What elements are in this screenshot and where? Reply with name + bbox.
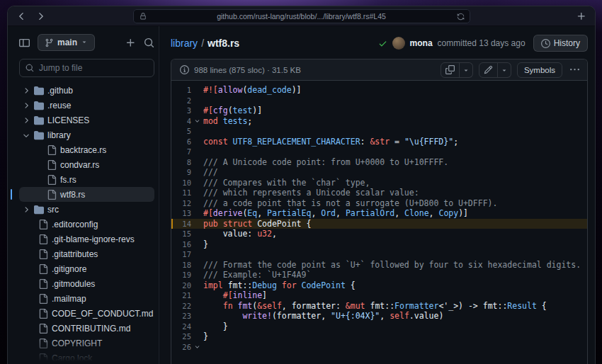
line-number[interactable]: 19 [171,270,191,280]
add-file-button[interactable] [125,38,136,48]
file-tree: .github.reuseLICENSESlibrarybacktrace.rs… [19,83,154,364]
copy-button[interactable] [441,62,460,78]
file-icon [47,145,57,155]
code-line: 7 [171,147,587,157]
commit-author[interactable]: mona [410,38,433,48]
line-number[interactable]: 1 [171,85,191,96]
code-line: 2 [171,96,587,106]
file-icon [38,249,48,259]
line-number[interactable]: 15 [171,229,191,239]
fold-chevron-icon[interactable] [191,343,203,350]
tree-file-.gitmodules[interactable]: .gitmodules [19,276,154,291]
code-line: 11/// which represents a Unicode scalar … [171,188,587,198]
line-number[interactable]: 2 [171,96,191,106]
code-text: } [203,331,587,342]
tree-file-fs.rs[interactable]: fs.rs [19,172,154,187]
edit-button-group [479,62,511,78]
line-number[interactable]: 13 [171,208,191,219]
code-line: 4mod tests; [171,116,587,127]
file-meta: 988 lines (875 sloc) · 31.5 KB [177,65,301,74]
edit-dropdown-button[interactable] [498,62,511,78]
tree-file-.mailmap[interactable]: .mailmap [19,291,154,306]
tree-file-condvar.rs[interactable]: condvar.rs [19,157,154,172]
line-number[interactable]: 20 [171,280,191,291]
sidebar-controls: main [19,33,154,52]
code-text: impl fmt::Debug for CodePoint { [203,280,587,291]
line-number[interactable]: 26 [171,342,191,353]
file-icon [38,353,48,363]
line-number[interactable]: 6 [171,137,191,147]
tree-item-label: CODE_OF_CONDUCT.md [52,309,153,319]
tree-file-CODE_OF_CONDUCT.md[interactable]: CODE_OF_CONDUCT.md [19,306,154,321]
caret-down-icon [462,67,470,74]
code-line: 17 [171,249,587,260]
line-number[interactable]: 12 [171,198,191,209]
line-number[interactable]: 16 [171,239,191,250]
tree-file-.git-blame-ignore-revs[interactable]: .git-blame-ignore-revs [19,232,154,246]
line-number[interactable]: 8 [171,157,191,168]
edit-icon [484,65,493,74]
code-text: #![allow(dead_code)] [203,85,587,96]
fold-chevron-icon[interactable] [191,118,203,124]
tree-file-.editorconfig[interactable]: .editorconfig [19,217,154,232]
branch-selector[interactable]: main [38,34,95,51]
tree-folder-library[interactable]: library [19,127,154,142]
browser-chrome: github.com/rust-lang/rust/blob/.../libra… [8,6,595,26]
avatar[interactable] [392,37,405,50]
search-button[interactable] [144,38,154,48]
forward-button[interactable] [36,11,46,21]
copy-dropdown-button[interactable] [460,62,473,78]
edit-button[interactable] [479,62,498,78]
line-number[interactable]: 24 [171,322,191,332]
line-number[interactable]: 10 [171,178,191,188]
more-options-button[interactable] [568,65,581,74]
sidebar-collapse-button[interactable] [19,38,30,48]
code-text: /// Example: `U+1F4A9` [203,270,587,280]
line-number[interactable]: 17 [171,249,191,260]
line-number[interactable]: 18 [171,260,191,271]
tree-file-.gitattributes[interactable]: .gitattributes [19,246,154,261]
jump-to-file-input[interactable]: Jump to file [19,59,154,77]
line-number[interactable]: 4 [171,116,191,127]
line-number[interactable]: 25 [171,331,191,342]
file-header: library / wtf8.rs mona committed 13 days… [171,33,588,53]
file-meta-bar: 988 lines (875 sloc) · 31.5 KB [171,59,587,81]
history-icon [541,39,550,48]
line-number[interactable]: 11 [171,188,191,198]
line-number[interactable]: 5 [171,126,191,137]
line-number[interactable]: 14 [171,219,191,229]
line-number[interactable]: 3 [171,106,191,116]
file-tree-sidebar: main Jump to file .github.reuseLICENSESl… [8,26,159,364]
refresh-icon[interactable] [457,13,465,22]
tree-file-wtf8.rs[interactable]: wtf8.rs [19,187,154,202]
tree-folder-.github[interactable]: .github [19,83,154,98]
tree-folder-LICENSES[interactable]: LICENSES [19,113,154,127]
browser-window: github.com/rust-lang/rust/blob/.../libra… [7,6,596,364]
folder-icon [34,86,44,96]
file-icon [38,309,48,319]
tree-folder-.reuse[interactable]: .reuse [19,98,154,113]
folder-icon [34,205,44,215]
back-button[interactable] [16,11,26,21]
code-line: 23 write!(formatter, "U+{:04X}", self.va… [171,311,587,322]
tree-file-.gitignore[interactable]: .gitignore [19,261,154,276]
new-tab-button[interactable] [577,11,586,21]
code-text: /// A Unicode code point: from U+0000 to… [203,157,587,168]
tree-file-COPYRIGHT[interactable]: COPYRIGHT [19,336,154,351]
url-bar[interactable]: github.com/rust-lang/rust/blob/.../libra… [133,9,470,23]
history-button[interactable]: History [533,35,588,52]
line-number[interactable]: 23 [171,311,191,322]
line-number[interactable]: 9 [171,167,191,178]
line-number[interactable]: 7 [171,147,191,157]
file-viewer: 988 lines (875 sloc) · 31.5 KB [171,59,588,364]
code-text: const UTF8_REPLACEMENT_CHARACTER: &str =… [203,137,587,147]
tree-file-CONTRIBUTING.md[interactable]: CONTRIBUTING.md [19,321,154,336]
line-number[interactable]: 21 [171,290,191,301]
breadcrumb-dir-link[interactable]: library [171,38,198,49]
tree-file-Cargo.lock[interactable]: Cargo.lock [19,351,154,364]
symbols-button[interactable]: Symbols [517,62,562,78]
line-number[interactable]: 22 [171,301,191,312]
tree-file-backtrace.rs[interactable]: backtrace.rs [19,142,154,157]
tree-item-label: .reuse [47,101,71,110]
tree-folder-src[interactable]: src [19,202,154,217]
